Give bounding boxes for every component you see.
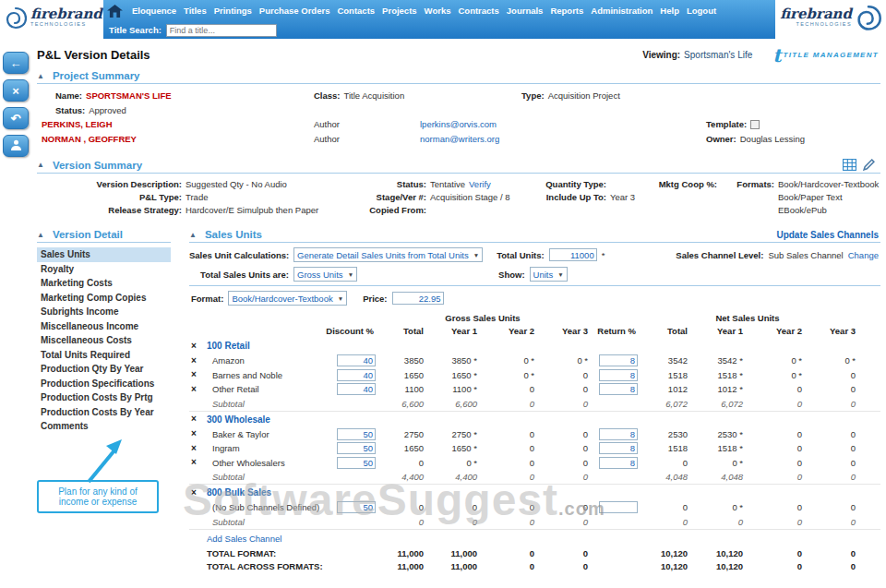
detail-nav-production-costs-by-prtg[interactable]: Production Costs By Prtg [37, 390, 171, 405]
format-select[interactable]: Book/Hardcover-Textbook▼ [228, 291, 347, 306]
change-channel-level-link[interactable]: Change [848, 250, 879, 260]
delete-row-icon[interactable]: × [189, 444, 204, 453]
detail-nav-miscellaneous-costs[interactable]: Miscellaneous Costs [37, 333, 171, 348]
detail-nav-subrights-income[interactable]: Subrights Income [37, 305, 171, 319]
gross-year2: 0 [479, 429, 536, 439]
return-input-amazon[interactable] [599, 354, 638, 366]
edit-icon[interactable] [863, 159, 875, 171]
user-panel-button[interactable] [3, 135, 29, 157]
nav-item-help[interactable]: Help [660, 6, 679, 16]
delete-row-icon[interactable]: × [189, 370, 204, 379]
net-year2: 0 [745, 458, 804, 468]
format-row: Format: Book/Hardcover-Textbook▼ Price: [189, 291, 880, 306]
discount-input-no-sub-channels-defined[interactable] [337, 501, 376, 513]
nav-item-purchase-orders[interactable]: Purchase Orders [259, 6, 330, 16]
nav-item-logout[interactable]: Logout [687, 6, 716, 16]
delete-group-icon[interactable]: × [189, 414, 204, 424]
chevron-down-icon: ▼ [557, 271, 563, 278]
return-input-barnes-and-noble-cell [590, 369, 638, 381]
discount-input-other-wholesalers[interactable] [337, 457, 376, 469]
nav-item-administration[interactable]: Administration [591, 6, 653, 16]
net-year3: 0 [804, 502, 857, 512]
collapse-sales-units-icon[interactable]: ▲ [189, 231, 197, 239]
net-year2: 0 [745, 502, 804, 512]
detail-nav-royalty[interactable]: Royalty [37, 262, 171, 277]
contributor-name[interactable]: PERKINS, LEIGH [42, 117, 314, 132]
discount-input-other-retail[interactable] [337, 383, 376, 395]
add-sales-channel-link[interactable]: Add Sales Channel [204, 534, 479, 544]
collapse-version-summary-icon[interactable]: ▲ [37, 161, 44, 169]
return-input-ingram[interactable] [599, 442, 638, 454]
title-search-input[interactable] [166, 24, 277, 37]
return-input-other-retail[interactable] [599, 383, 638, 395]
totalrow-gross-year3: 0 [536, 548, 590, 558]
price-input[interactable] [392, 292, 444, 305]
delete-row-icon[interactable]: × [189, 385, 204, 394]
discount-input-amazon[interactable] [337, 354, 376, 366]
gross-units-select[interactable]: Gross Units▼ [293, 267, 357, 282]
detail-nav-production-specifications[interactable]: Production Specifications [37, 377, 171, 391]
show-label: Show: [498, 270, 525, 280]
nav-item-projects[interactable]: Projects [382, 6, 417, 16]
subtotal-gross-total: 0 [376, 517, 425, 527]
return-input-other-wholesalers[interactable] [599, 457, 638, 469]
template-label: Template: [706, 117, 747, 132]
return-input-barnes-and-noble[interactable] [599, 369, 638, 381]
close-button[interactable]: × [3, 79, 29, 102]
delete-row-icon[interactable]: × [189, 429, 204, 438]
nav-item-contacts[interactable]: Contacts [337, 6, 375, 16]
nav-item-eloquence[interactable]: Eloquence [132, 6, 176, 16]
delete-row-icon[interactable]: × [189, 356, 204, 366]
contributor-email-link[interactable]: norman@writers.org [420, 132, 706, 147]
template-checkbox[interactable] [750, 120, 760, 129]
col-header-net-year2: Year 2 [745, 326, 804, 336]
subtotal-net-year3: 0 [804, 472, 857, 482]
version-description-label: Version Description: [37, 178, 182, 191]
format-value: EBook/ePub [778, 204, 827, 217]
net-year2: 0 * [745, 370, 804, 380]
detail-nav-total-units-required[interactable]: Total Units Required [37, 348, 171, 363]
show-select[interactable]: Units▼ [530, 267, 568, 282]
undo-button[interactable]: ↶ [3, 107, 29, 129]
total-units-input[interactable] [549, 248, 597, 261]
back-button[interactable]: ← [3, 52, 29, 74]
subchannel-other-wholesalers: Other Wholesalers [204, 458, 322, 468]
detail-nav-marketing-costs[interactable]: Marketing Costs [37, 276, 171, 291]
nav-item-contracts[interactable]: Contracts [458, 6, 498, 16]
home-icon[interactable] [107, 5, 123, 18]
grid-view-icon[interactable] [843, 159, 856, 171]
owner-value: Douglas Lessing [740, 132, 805, 147]
discount-input-ingram[interactable] [337, 442, 376, 454]
detail-nav-marketing-comp-copies[interactable]: Marketing Comp Copies [37, 291, 171, 306]
update-sales-channels-link[interactable]: Update Sales Channels [776, 230, 879, 240]
collapse-version-detail-icon[interactable]: ▲ [37, 231, 44, 239]
nav-item-journals[interactable]: Journals [507, 6, 544, 16]
detail-nav-production-qty-by-year[interactable]: Production Qty By Year [37, 362, 171, 377]
nav-item-works[interactable]: Works [425, 6, 451, 16]
collapse-project-summary-icon[interactable]: ▲ [37, 72, 44, 80]
nav-item-printings[interactable]: Printings [214, 6, 252, 16]
return-input-baker-taylor[interactable] [599, 428, 638, 440]
detail-nav-miscellaneous-income[interactable]: Miscellaneous Income [37, 319, 171, 334]
discount-input-baker-taylor[interactable] [337, 428, 376, 440]
delete-row-icon[interactable]: × [189, 458, 204, 467]
contributor-email-link[interactable]: lperkins@orvis.com [420, 117, 706, 132]
gross-units-label: Total Sales Units are: [189, 270, 289, 280]
detail-nav-sales-units[interactable]: Sales Units [37, 247, 171, 262]
detail-nav-production-costs-by-year[interactable]: Production Costs By Year [37, 405, 171, 420]
delete-group-icon[interactable]: × [189, 342, 204, 351]
discount-input-barnes-and-noble[interactable] [337, 369, 376, 381]
return-input-no-sub-channels-defined[interactable] [599, 501, 638, 513]
calc-select[interactable]: Generate Detail Sales Units from Total U… [293, 247, 483, 262]
net-total: 2530 [638, 429, 689, 439]
contributor-name[interactable]: NORMAN , GEOFFREY [42, 132, 314, 147]
gross-sales-units-header: Gross Sales Units [376, 313, 590, 323]
total-row-label-total-across-formats: TOTAL ACROSS FORMATS: [204, 561, 376, 571]
detail-nav-comments[interactable]: Comments [37, 419, 171, 434]
verify-link[interactable]: Verify [469, 178, 491, 191]
spacer [732, 191, 774, 204]
nav-item-reports[interactable]: Reports [550, 6, 583, 16]
nav-item-titles[interactable]: Titles [184, 6, 207, 16]
delete-group-icon[interactable]: × [189, 488, 204, 498]
viewing-label: Viewing: [642, 50, 680, 60]
